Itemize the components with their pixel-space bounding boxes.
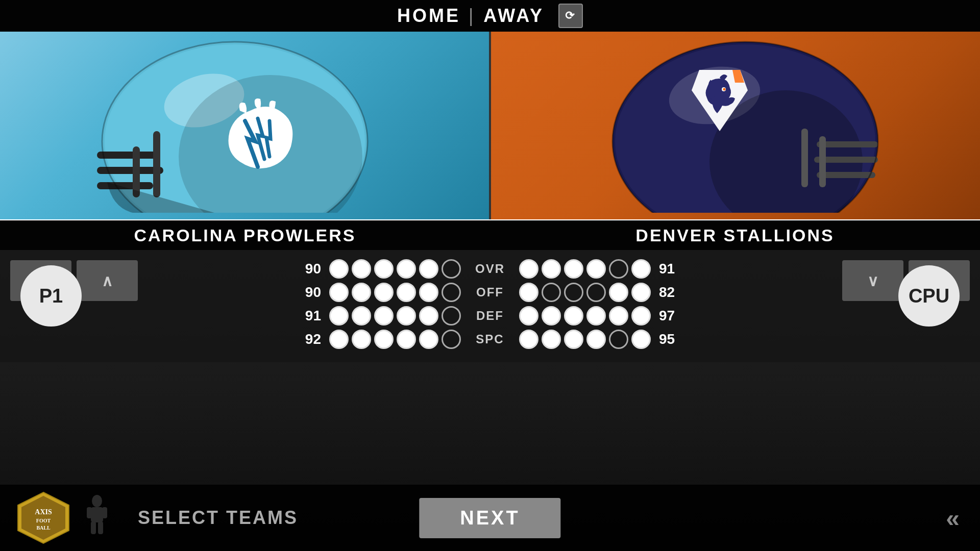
chevron-down-icon: ∨ [867, 272, 878, 290]
dot [397, 330, 416, 349]
dot [609, 306, 628, 325]
dot [631, 330, 651, 349]
dot [519, 306, 538, 325]
dot [329, 283, 349, 302]
dot [352, 283, 371, 302]
cpu-label: CPU [909, 285, 949, 307]
away-team-name: DENVER STALLIONS [490, 226, 980, 245]
cpu-indicator: CPU [898, 265, 960, 327]
dot [631, 259, 651, 279]
chevron-up-icon: ∧ [102, 272, 113, 290]
svg-point-20 [723, 88, 726, 91]
dot [542, 306, 561, 325]
dot [519, 330, 538, 349]
dot [609, 259, 628, 279]
swap-icon: ⟳ [565, 9, 576, 22]
dot [397, 259, 416, 279]
dot [609, 283, 628, 302]
dot [352, 306, 371, 325]
home-ovr-score: 90 [290, 261, 321, 277]
dot [329, 259, 349, 279]
svg-rect-18 [801, 129, 808, 187]
svg-text:BALL: BALL [36, 525, 51, 531]
away-helmet-svg [582, 39, 888, 213]
home-def-dots [329, 306, 461, 325]
dot [586, 306, 606, 325]
dot [564, 306, 583, 325]
next-button[interactable]: NEXT [419, 498, 560, 538]
home-helmet-svg [92, 39, 398, 213]
figure-silhouette [82, 495, 122, 541]
off-label: OFF [467, 285, 513, 299]
svg-rect-4 [97, 152, 158, 159]
player-indicator: P1 [20, 265, 82, 327]
dot [564, 330, 583, 349]
away-def-dots [519, 306, 651, 325]
dot [542, 330, 561, 349]
dot [374, 306, 394, 325]
header-bar: HOME | AWAY ⟳ [0, 0, 980, 32]
dot [419, 259, 438, 279]
select-teams-label: SELECT TEAMS [138, 507, 298, 529]
dot [442, 259, 461, 279]
svg-rect-28 [91, 507, 103, 522]
stat-row-def: 91 DEF 97 [148, 306, 832, 325]
bottom-bar: AXIS FOOT BALL SELECT TEAMS NEXT « [0, 485, 980, 551]
stat-row-spc: 92 SPC 95 [148, 330, 832, 349]
dot [586, 330, 606, 349]
away-off-score: 82 [659, 284, 690, 300]
dot [419, 306, 438, 325]
dot [442, 306, 461, 325]
def-label: DEF [467, 309, 513, 323]
dot [609, 330, 628, 349]
player-label: P1 [39, 285, 63, 307]
dot [419, 283, 438, 302]
dot [586, 283, 606, 302]
divider: | [469, 5, 475, 27]
dot [374, 330, 394, 349]
svg-text:AXIS: AXIS [35, 508, 52, 516]
ovr-label: OVR [467, 262, 513, 276]
dot [397, 306, 416, 325]
dot [352, 259, 371, 279]
away-label: AWAY [483, 5, 544, 27]
away-spc-score: 95 [659, 331, 690, 347]
dot [519, 283, 538, 302]
dot [374, 283, 394, 302]
svg-rect-17 [819, 136, 826, 187]
dot [442, 283, 461, 302]
swap-button[interactable]: ⟳ [558, 4, 583, 28]
stat-row-off: 90 OFF 82 [148, 283, 832, 302]
back-button[interactable]: « [946, 504, 960, 532]
dot [519, 259, 538, 279]
home-helmet-panel [0, 32, 490, 220]
away-ovr-dots [519, 259, 651, 279]
home-def-score: 91 [290, 308, 321, 324]
svg-rect-32 [98, 521, 103, 534]
home-team-name: CAROLINA PROWLERS [0, 226, 490, 245]
home-off-dots [329, 283, 461, 302]
dot [542, 259, 561, 279]
home-spc-dots [329, 330, 461, 349]
away-nav-down[interactable]: ∨ [842, 260, 903, 301]
away-off-dots [519, 283, 651, 302]
dot [631, 283, 651, 302]
spc-label: SPC [467, 332, 513, 346]
svg-rect-30 [102, 507, 107, 518]
svg-rect-31 [91, 521, 96, 534]
team-names-bar: CAROLINA PROWLERS DENVER STALLIONS [0, 220, 980, 250]
dot [374, 259, 394, 279]
away-def-score: 97 [659, 308, 690, 324]
dot [631, 306, 651, 325]
home-ovr-dots [329, 259, 461, 279]
home-spc-score: 92 [290, 331, 321, 347]
dot [542, 283, 561, 302]
home-nav-up[interactable]: ∧ [77, 260, 138, 301]
dot [442, 330, 461, 349]
matchup-label: HOME | AWAY ⟳ [397, 4, 583, 28]
dot [329, 306, 349, 325]
dot [564, 259, 583, 279]
home-label: HOME [397, 5, 460, 27]
dot [419, 330, 438, 349]
svg-rect-8 [153, 131, 160, 197]
